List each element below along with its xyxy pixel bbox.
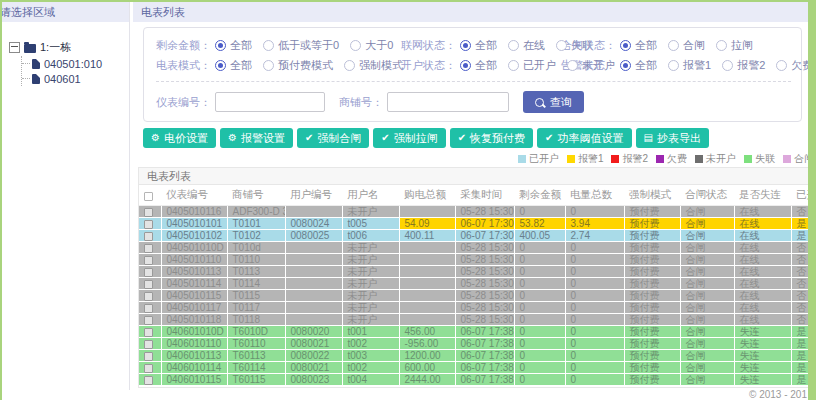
row-checkbox[interactable] <box>144 292 153 301</box>
radio-option[interactable]: 在线 <box>508 38 545 53</box>
column-header: 采集时间 <box>455 185 514 206</box>
cell: 0 <box>514 314 565 326</box>
filter-label: 电表模式： <box>156 58 211 73</box>
restore-prepaid-button[interactable]: ✔恢复预付费 <box>450 128 533 148</box>
cell: 预付费 <box>624 326 680 338</box>
radio-icon[interactable] <box>508 60 519 71</box>
cell: T0118 <box>227 314 285 326</box>
sidebar-header: 请选择区域 <box>2 2 129 22</box>
meter-export-button[interactable]: ▤抄表导出 <box>636 128 709 148</box>
filter-box: 剩余金额：全部低于或等于0大于0联网状态：全部在线失联合闸状态：全部合闸拉闸电表… <box>143 27 802 122</box>
row-checkbox[interactable] <box>144 304 153 313</box>
tree-item[interactable]: 040501:010 <box>22 56 129 71</box>
radio-icon[interactable] <box>556 40 567 51</box>
radio-option[interactable]: 报警1 <box>668 58 711 73</box>
radio-icon[interactable] <box>508 40 519 51</box>
cell <box>399 302 455 314</box>
radio-option[interactable]: 全部 <box>215 58 252 73</box>
shop-number-input[interactable] <box>387 92 509 112</box>
legend-offline: 失联 <box>744 152 775 166</box>
radio-option[interactable]: 全部 <box>215 38 252 53</box>
row-checkbox[interactable] <box>144 364 153 373</box>
radio-icon[interactable] <box>716 40 727 51</box>
cell: 54.09 <box>399 218 455 230</box>
cell <box>285 314 342 326</box>
row-checkbox[interactable] <box>144 268 153 277</box>
radio-option[interactable]: 全部 <box>460 38 497 53</box>
cell: 0 <box>514 206 565 218</box>
row-checkbox[interactable] <box>144 256 153 265</box>
radio-option[interactable]: 全部 <box>620 58 657 73</box>
column-header: 电量总数 <box>565 185 624 206</box>
radio-option[interactable]: 合闸 <box>668 38 705 53</box>
row-checkbox[interactable] <box>144 352 153 361</box>
radio-option[interactable]: 预付费模式 <box>263 58 333 73</box>
cell: 05-28 15:30:00 <box>455 254 514 266</box>
row-checkbox[interactable] <box>144 316 153 325</box>
cell: 0405010102 <box>161 230 227 242</box>
row-checkbox[interactable] <box>144 328 153 337</box>
radio-option[interactable]: 强制模式 <box>344 58 403 73</box>
table-row: 040601010DT6010D0080020t001456.0006-07 1… <box>139 326 816 338</box>
tree-children: 040501:010040601 <box>21 56 129 86</box>
radio-option[interactable]: 低于或等于0 <box>263 38 339 53</box>
radio-icon[interactable] <box>215 60 226 71</box>
radio-icon[interactable] <box>460 60 471 71</box>
radio-option[interactable]: 大于0 <box>350 38 393 53</box>
table-header-row: 仪表编号商铺号用户编号用户名购电总额采集时间剩余金额电量总数强制模式合闸状态是否… <box>139 185 816 206</box>
radio-icon[interactable] <box>263 40 274 51</box>
radio-option[interactable]: 拉闸 <box>716 38 753 53</box>
cell: 预付费 <box>624 230 680 242</box>
radio-icon[interactable] <box>567 60 578 71</box>
radio-icon[interactable] <box>668 60 679 71</box>
radio-icon[interactable] <box>350 40 361 51</box>
row-checkbox[interactable] <box>144 244 153 253</box>
action-label: 恢复预付费 <box>470 131 525 146</box>
radio-label: 全部 <box>475 38 497 53</box>
row-checkbox[interactable] <box>144 220 153 229</box>
cell <box>285 206 342 218</box>
radio-option[interactable]: 报警2 <box>722 58 765 73</box>
radio-option[interactable]: 已开户 <box>508 58 556 73</box>
cell: 0405010117 <box>161 302 227 314</box>
cell: 合闸 <box>680 374 734 386</box>
radio-icon[interactable] <box>215 40 226 51</box>
region-sidebar: 请选择区域 1:一栋 040501:010040601 <box>2 2 130 390</box>
query-button[interactable]: 查询 <box>523 91 584 113</box>
row-checkbox[interactable] <box>144 280 153 289</box>
table-wrapper: 仪表编号商铺号用户编号用户名购电总额采集时间剩余金额电量总数强制模式合闸状态是否… <box>139 185 816 387</box>
cell: 0 <box>514 338 565 350</box>
tree-root-node[interactable]: 1:一栋 <box>9 40 129 55</box>
radio-icon[interactable] <box>620 60 631 71</box>
radio-option[interactable]: 全部 <box>460 58 497 73</box>
row-checkbox[interactable] <box>144 340 153 349</box>
meter-number-input[interactable] <box>215 92 325 112</box>
column-header: 是否失连 <box>734 185 791 206</box>
cell: 0 <box>514 350 565 362</box>
radio-icon[interactable] <box>344 60 355 71</box>
row-select-cell <box>139 278 161 290</box>
radio-option[interactable]: 全部 <box>620 38 657 53</box>
cell: 600.00 <box>399 362 455 374</box>
row-checkbox[interactable] <box>144 232 153 241</box>
radio-icon[interactable] <box>620 40 631 51</box>
price-settings-button[interactable]: ⚙电价设置 <box>143 128 216 148</box>
cell: 合闸 <box>680 302 734 314</box>
tree-item[interactable]: 040601 <box>22 71 129 86</box>
radio-icon[interactable] <box>460 40 471 51</box>
collapse-icon[interactable] <box>9 42 20 53</box>
radio-icon[interactable] <box>776 60 787 71</box>
document-icon <box>32 59 40 69</box>
alarm-settings-button[interactable]: ⚙报警设置 <box>220 128 293 148</box>
power-threshold-button[interactable]: ✔功率阈值设置 <box>537 128 631 148</box>
row-checkbox[interactable] <box>144 376 153 385</box>
row-checkbox[interactable] <box>144 208 153 217</box>
cell: 040601010D <box>161 326 227 338</box>
radio-icon[interactable] <box>263 60 274 71</box>
force-open-button[interactable]: ✔强制拉闸 <box>373 128 445 148</box>
cell: 06-07 17:30:00 <box>455 218 514 230</box>
radio-icon[interactable] <box>668 40 679 51</box>
select-all-checkbox[interactable] <box>144 192 153 201</box>
radio-icon[interactable] <box>722 60 733 71</box>
force-close-button[interactable]: ✔强制合闸 <box>297 128 369 148</box>
